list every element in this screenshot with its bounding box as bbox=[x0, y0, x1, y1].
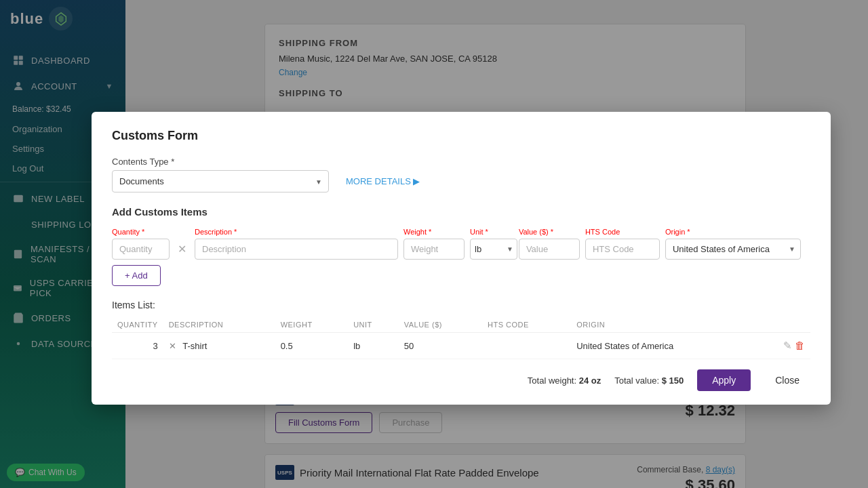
col-weight: WEIGHT bbox=[275, 317, 349, 333]
description-label: Description * bbox=[195, 228, 398, 236]
item-weight: 0.5 bbox=[275, 333, 349, 359]
origin-select-wrap: United States of America China Germany J… bbox=[665, 239, 801, 260]
item-action-buttons: ✎ 🗑 bbox=[755, 333, 810, 359]
item-delete-button[interactable]: 🗑 bbox=[795, 340, 805, 351]
quantity-input[interactable] bbox=[112, 239, 170, 260]
item-description: T-shirt bbox=[182, 341, 207, 351]
total-value-value: $ 150 bbox=[662, 375, 684, 386]
item-value: 50 bbox=[399, 333, 482, 359]
customs-form-modal: Customs Form Contents Type * Documents G… bbox=[92, 112, 831, 405]
value-input[interactable] bbox=[519, 239, 580, 260]
unit-label: Unit * bbox=[470, 228, 513, 236]
items-list-label: Items List: bbox=[112, 300, 810, 310]
hts-code-label: HTS Code bbox=[585, 228, 660, 236]
item-description-cell: ✕ T-shirt bbox=[163, 333, 275, 359]
description-field-group: Description * bbox=[195, 228, 398, 260]
col-origin: ORIGIN bbox=[571, 317, 755, 333]
total-value-label: Total value: bbox=[614, 375, 659, 386]
col-description: DESCRIPTION bbox=[163, 317, 275, 333]
unit-field-group: Unit * lb oz kg g ▼ bbox=[470, 228, 513, 260]
modal-title: Customs Form bbox=[112, 129, 810, 143]
item-remove-x[interactable]: ✕ bbox=[169, 341, 176, 351]
unit-select-wrap: lb oz kg g ▼ bbox=[470, 239, 513, 260]
total-weight-label: Total weight: bbox=[528, 375, 576, 386]
value-field-group: Value ($) * bbox=[519, 228, 580, 260]
item-hts-code bbox=[482, 333, 571, 359]
col-value: VALUE ($) bbox=[399, 317, 482, 333]
apply-button[interactable]: Apply bbox=[697, 369, 751, 391]
weight-input[interactable] bbox=[403, 239, 465, 260]
total-value-info: Total value: $ 150 bbox=[614, 375, 684, 386]
hts-code-field-group: HTS Code bbox=[585, 228, 660, 260]
item-edit-button[interactable]: ✎ bbox=[783, 340, 792, 352]
total-weight-value: 24 oz bbox=[579, 375, 601, 386]
modal-footer: Total weight: 24 oz Total value: $ 150 A… bbox=[112, 369, 810, 391]
table-row: 3 ✕ T-shirt 0.5 lb 50 United States of A… bbox=[112, 333, 810, 359]
weight-label: Weight * bbox=[403, 228, 465, 236]
quantity-label: Quantity * bbox=[112, 228, 170, 236]
contents-type-select[interactable]: Documents Gift Merchandise Returned Good… bbox=[112, 170, 329, 192]
add-customs-items-title: Add Customs Items bbox=[112, 206, 810, 218]
col-actions bbox=[755, 317, 810, 333]
close-button[interactable]: Close bbox=[764, 369, 810, 391]
contents-type-select-wrap: Documents Gift Merchandise Returned Good… bbox=[112, 170, 329, 192]
weight-field-group: Weight * bbox=[403, 228, 465, 260]
add-item-button[interactable]: + Add bbox=[112, 265, 161, 286]
col-hts-code: HTS CODE bbox=[482, 317, 571, 333]
table-header-row: QUANTITY DESCRIPTION WEIGHT UNIT VALUE (… bbox=[112, 317, 810, 333]
unit-select[interactable]: lb oz kg g bbox=[470, 239, 517, 260]
total-weight-info: Total weight: 24 oz bbox=[528, 375, 601, 386]
items-table: QUANTITY DESCRIPTION WEIGHT UNIT VALUE (… bbox=[112, 317, 810, 359]
col-unit: UNIT bbox=[348, 317, 399, 333]
description-input[interactable] bbox=[195, 239, 398, 260]
origin-label: Origin * bbox=[665, 228, 801, 236]
quantity-clear-button[interactable]: ✕ bbox=[175, 239, 189, 260]
item-unit: lb bbox=[348, 333, 399, 359]
contents-type-row: Documents Gift Merchandise Returned Good… bbox=[112, 170, 810, 192]
customs-items-form: Quantity * ✕ Description * Weight * Unit… bbox=[112, 228, 810, 286]
value-label: Value ($) * bbox=[519, 228, 580, 236]
contents-type-section: Contents Type * Documents Gift Merchandi… bbox=[112, 157, 810, 192]
col-quantity: QUANTITY bbox=[112, 317, 163, 333]
hts-code-input[interactable] bbox=[585, 239, 660, 260]
origin-select[interactable]: United States of America China Germany J… bbox=[665, 239, 801, 260]
more-details-link[interactable]: MORE DETAILS ▶ bbox=[346, 176, 420, 186]
contents-type-label: Contents Type * bbox=[112, 157, 810, 167]
item-origin: United States of America bbox=[571, 333, 755, 359]
item-quantity: 3 bbox=[112, 333, 163, 359]
more-details-arrow: ▶ bbox=[413, 176, 420, 186]
items-table-body: 3 ✕ T-shirt 0.5 lb 50 United States of A… bbox=[112, 333, 810, 359]
quantity-field-group: Quantity * bbox=[112, 228, 170, 260]
origin-field-group: Origin * United States of America China … bbox=[665, 228, 801, 260]
